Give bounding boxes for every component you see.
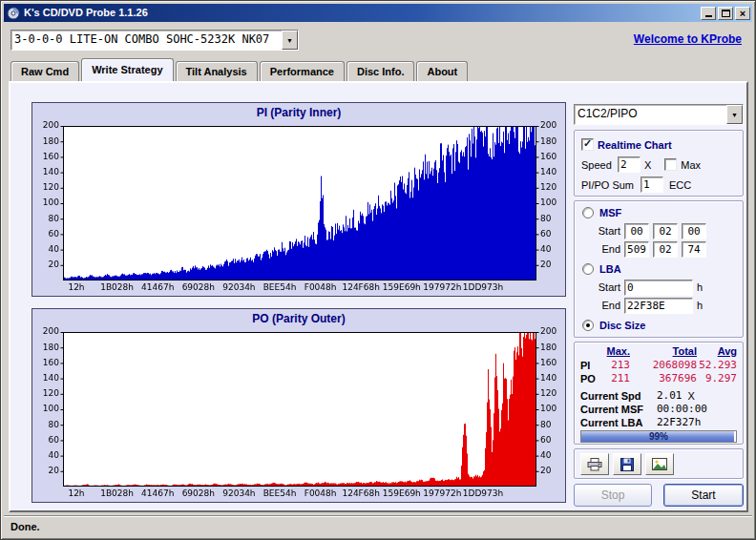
lba-end-input[interactable] — [624, 298, 693, 314]
msf-label: MSF — [599, 207, 621, 218]
sidebar: C1C2/PIPO ▼ ✓ Realtime Chart Speed X ✓ M… — [574, 104, 744, 512]
current-lba-label: Current LBA — [580, 417, 657, 428]
speed-input[interactable] — [618, 156, 640, 173]
chevron-down-icon: ▼ — [731, 112, 738, 118]
tab-strip: Raw Cmd Write Strategy Tilt Analysis Per… — [10, 58, 470, 81]
current-lba-value: 22F327h — [657, 416, 701, 428]
tab-write-strategy[interactable]: Write Strategy — [81, 58, 173, 81]
msf-end-frame-input[interactable] — [682, 241, 706, 258]
stats-header-max: Max. — [599, 345, 630, 357]
disc-size-radio[interactable] — [582, 320, 594, 331]
msf-end-min-input[interactable] — [624, 241, 649, 258]
disc-size-radio-row: Disc Size — [582, 317, 739, 334]
range-group: MSF Start End LBA — [574, 200, 744, 338]
stats-pi-max: 213 — [599, 359, 630, 371]
current-speed-value: 2.01 — [657, 389, 682, 402]
realtime-chart-checkbox[interactable]: ✓ — [581, 138, 594, 151]
current-speed-row: Current Spd 2.01 X — [580, 389, 739, 402]
current-msf-row: Current MSF 00:00:00 — [580, 403, 739, 415]
lba-start-row: Start h — [582, 279, 739, 296]
stats-po-total: 367696 — [630, 372, 697, 384]
title-bar[interactable]: K's CD/DVD Probe 1.1.26 × — [4, 4, 752, 22]
msf-radio-row: MSF — [582, 204, 739, 221]
stats-group: Max. Total Avg PI 213 2068098 52.293 PO … — [574, 342, 744, 445]
tab-about[interactable]: About — [416, 61, 468, 81]
close-icon: × — [740, 9, 746, 18]
print-button[interactable] — [580, 453, 609, 475]
msf-radio[interactable] — [582, 207, 594, 218]
printer-icon — [587, 458, 602, 471]
po-chart — [34, 327, 563, 501]
max-speed-label: Max — [681, 159, 701, 171]
stats-pi-avg: 52.293 — [697, 359, 737, 371]
lba-radio-row: LBA — [582, 260, 739, 278]
minimize-icon — [705, 15, 712, 17]
msf-start-min-input[interactable] — [624, 223, 649, 239]
app-window: K's CD/DVD Probe 1.1.26 × 3-0-0-0 LITE-O… — [0, 0, 756, 540]
status-bar: Done. — [4, 517, 752, 536]
lba-end-row: End h — [582, 297, 739, 314]
stats-row-pi: PI 213 2068098 52.293 — [580, 359, 739, 371]
check-icon: ✓ — [583, 137, 592, 150]
drive-select[interactable]: 3-0-0-0 LITE-ON COMBO SOHC-5232K NK07 ▼ — [10, 30, 299, 51]
lba-start-unit: h — [697, 281, 703, 293]
msf-start-label: Start — [592, 225, 620, 237]
save-button[interactable] — [613, 453, 641, 475]
lba-radio[interactable] — [582, 263, 594, 275]
mode-select[interactable]: C1C2/PIPO ▼ — [574, 104, 744, 125]
stats-pi-total: 2068098 — [630, 359, 697, 371]
mode-select-dropdown-button[interactable]: ▼ — [726, 105, 743, 124]
lba-end-unit: h — [697, 300, 703, 311]
stop-button[interactable]: Stop — [574, 484, 652, 507]
progress-text: 99% — [581, 431, 736, 443]
tab-disc-info[interactable]: Disc Info. — [346, 61, 415, 81]
lba-label: LBA — [599, 263, 621, 275]
tab-raw-cmd[interactable]: Raw Cmd — [10, 61, 79, 81]
chart-options-group: ✓ Realtime Chart Speed X ✓ Max PI/PO Sum… — [574, 130, 744, 197]
drive-select-dropdown-button[interactable]: ▼ — [282, 31, 298, 50]
start-button[interactable]: Start — [663, 484, 744, 507]
welcome-link[interactable]: Welcome to KProbe — [634, 32, 742, 46]
floppy-disk-icon — [620, 458, 634, 471]
status-text: Done. — [4, 521, 40, 532]
msf-start-frame-input[interactable] — [682, 223, 706, 239]
realtime-chart-label: Realtime Chart — [598, 139, 672, 151]
tool-buttons-group — [574, 448, 744, 479]
chevron-down-icon: ▼ — [286, 37, 293, 44]
maximize-button[interactable] — [718, 7, 733, 20]
po-chart-title: PO (Parity Outer) — [32, 312, 565, 325]
msf-start-sec-input[interactable] — [653, 223, 678, 239]
content-panel: PI (Parity Inner) PO (Parity Outer) C1C2… — [9, 81, 748, 512]
tab-tilt-analysis[interactable]: Tilt Analysis — [176, 61, 258, 81]
stats-pi-name: PI — [580, 360, 599, 371]
export-image-button[interactable] — [645, 453, 674, 475]
minimize-button[interactable] — [701, 7, 716, 20]
stats-po-name: PO — [580, 373, 599, 384]
close-button[interactable]: × — [735, 7, 750, 20]
current-speed-label: Current Spd — [580, 390, 657, 402]
tab-performance[interactable]: Performance — [260, 61, 345, 81]
speed-row: Speed X ✓ Max — [581, 155, 743, 175]
stats-po-avg: 9.297 — [697, 372, 737, 384]
stats-header-row: Max. Total Avg — [580, 345, 739, 357]
stats-header-avg: Avg — [697, 345, 737, 357]
stats-po-max: 211 — [599, 372, 630, 384]
lba-end-label: End — [592, 300, 620, 311]
pipo-sum-label: PI/PO Sum — [581, 179, 640, 191]
po-chart-panel: PO (Parity Outer) — [32, 308, 566, 503]
pipo-sum-input[interactable] — [640, 177, 663, 193]
msf-end-sec-input[interactable] — [653, 241, 678, 258]
app-icon — [7, 7, 20, 20]
window-controls: × — [701, 7, 750, 20]
max-speed-checkbox[interactable]: ✓ — [664, 158, 677, 171]
pi-chart-panel: PI (Parity Inner) — [32, 102, 566, 297]
msf-end-label: End — [592, 243, 620, 255]
image-icon — [652, 458, 667, 470]
pipo-sum-row: PI/PO Sum ECC — [581, 175, 743, 195]
window-title: K's CD/DVD Probe 1.1.26 — [24, 4, 701, 22]
lba-start-input[interactable] — [624, 280, 693, 296]
current-msf-value: 00:00:00 — [657, 403, 707, 415]
progress-bar: 99% — [580, 430, 737, 443]
maximize-icon — [722, 10, 730, 17]
mode-select-value: C1C2/PIPO — [575, 105, 726, 124]
